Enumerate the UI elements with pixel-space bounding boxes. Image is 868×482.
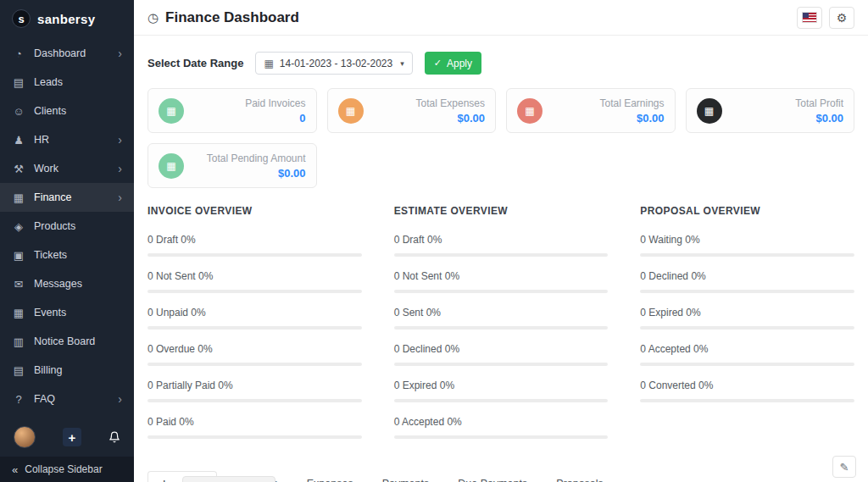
- expense-icon: ▦: [338, 98, 364, 124]
- us-flag-icon: [803, 13, 816, 22]
- settings-button[interactable]: ⚙: [829, 7, 854, 29]
- overview-row-label: 0 Sent 0%: [394, 307, 609, 319]
- sidebar-user-row: +: [0, 419, 134, 457]
- collapse-icon: «: [12, 463, 18, 476]
- section-title: INVOICE OVERVIEW: [147, 205, 362, 217]
- overview-row-label: 0 Not Sent 0%: [394, 270, 609, 282]
- calendar-icon: ▦: [264, 58, 273, 69]
- page-title-text: Finance Dashboard: [165, 9, 299, 26]
- pending-icon: ▦: [159, 153, 184, 179]
- progress-bar: [147, 253, 362, 257]
- progress-bar: [147, 399, 362, 402]
- progress-bar: [147, 326, 362, 330]
- progress-bar: [394, 253, 609, 257]
- apply-button[interactable]: ✓ Apply: [425, 52, 481, 75]
- overview-row-label: 0 Draft 0%: [147, 234, 362, 246]
- overview-row: 0 Converted 0%: [640, 380, 854, 402]
- tickets-icon: ▣: [12, 249, 25, 262]
- sidebar-item-work[interactable]: ⚒ Work ›: [0, 154, 134, 183]
- sidebar-item-clients[interactable]: ☺ Clients: [0, 97, 134, 125]
- language-button[interactable]: [797, 7, 822, 29]
- topbar-actions: ⚙: [797, 7, 854, 29]
- tab-payments[interactable]: Payments: [368, 471, 444, 482]
- overview-row-label: 0 Expired 0%: [640, 307, 854, 319]
- profit-icon: ▦: [697, 98, 722, 124]
- collapse-sidebar-button[interactable]: « Collapse Sidebar: [0, 457, 134, 482]
- estimate-overview: ESTIMATE OVERVIEW 0 Draft 0% 0 Not Sent …: [394, 205, 609, 452]
- overview-row-label: 0 Not Sent 0%: [147, 270, 362, 282]
- edit-button[interactable]: ✎: [832, 456, 856, 478]
- brand-logo-icon: s: [12, 9, 31, 28]
- stat-card-paid-invoices: ▦ Paid Invoices 0: [147, 88, 317, 133]
- overview-row: 0 Declined 0%: [394, 343, 609, 366]
- sidebar-item-label: Billing: [34, 364, 62, 376]
- overview-row: 0 Expired 0%: [394, 380, 609, 402]
- progress-bar: [147, 290, 362, 293]
- sidebar: s sanbersy ◔ Dashboard › ▤ Leads ☺ Clien…: [0, 0, 134, 482]
- overview-row-label: 0 Expired 0%: [394, 380, 609, 391]
- bell-icon: [108, 431, 120, 443]
- content: Select Date Range ▦ 14-01-2023 - 13-02-2…: [134, 36, 868, 482]
- faq-icon: ?: [12, 393, 25, 406]
- clients-icon: ☺: [12, 105, 25, 118]
- tab-expenses[interactable]: Expenses: [292, 471, 368, 482]
- avatar[interactable]: [14, 426, 36, 448]
- hr-icon: ♟: [12, 134, 25, 147]
- sidebar-menu: ◔ Dashboard › ▤ Leads ☺ Clients ♟ HR › ⚒…: [0, 36, 134, 419]
- overview-row-label: 0 Declined 0%: [394, 343, 609, 355]
- add-button[interactable]: +: [63, 428, 81, 446]
- stat-value: $0.00: [599, 112, 664, 125]
- main-area: ◷ Finance Dashboard ⚙ Select Date Range …: [134, 0, 868, 482]
- check-icon: ✓: [434, 58, 442, 69]
- date-range-picker[interactable]: ▦ 14-01-2023 - 13-02-2023 ▾: [255, 52, 412, 75]
- sidebar-item-leads[interactable]: ▤ Leads: [0, 68, 134, 97]
- tab-proposals[interactable]: Proposals: [542, 471, 618, 482]
- progress-bar: [394, 435, 609, 439]
- sidebar-item-label: HR: [34, 134, 49, 146]
- overview-row: 0 Declined 0%: [640, 270, 854, 293]
- tab-due-payments[interactable]: Due Payments: [443, 471, 542, 482]
- stat-label: Total Pending Amount: [207, 152, 306, 164]
- overview-row: 0 Not Sent 0%: [147, 270, 362, 293]
- overview-row-label: 0 Accepted 0%: [394, 416, 609, 428]
- sidebar-item-label: Notice Board: [34, 335, 95, 347]
- overview-row: 0 Paid 0%: [147, 416, 362, 439]
- overview-row-label: 0 Accepted 0%: [640, 343, 854, 355]
- notice-board-icon: ▥: [12, 335, 25, 348]
- sidebar-item-finance[interactable]: ▦ Finance ›: [0, 183, 134, 212]
- chevron-right-icon: ›: [118, 162, 122, 175]
- section-title: PROPOSAL OVERVIEW: [640, 205, 854, 217]
- sidebar-item-faq[interactable]: ? FAQ ›: [0, 385, 134, 413]
- overview-row-label: 0 Paid 0%: [147, 416, 362, 428]
- stat-card-total-profit: ▦ Total Profit $0.00: [686, 88, 855, 133]
- sidebar-item-billing[interactable]: ▤ Billing: [0, 356, 134, 385]
- progress-bar: [394, 363, 609, 366]
- apply-label: Apply: [447, 58, 472, 69]
- sidebar-item-tickets[interactable]: ▣ Tickets: [0, 241, 134, 269]
- stat-cards: ▦ Paid Invoices 0 ▦ Total Expenses $0.00…: [147, 88, 854, 188]
- sidebar-item-notice-board[interactable]: ▥ Notice Board: [0, 327, 134, 356]
- overview-row-label: 0 Waiting 0%: [640, 234, 854, 246]
- notifications-button[interactable]: [108, 431, 120, 443]
- sidebar-item-messages[interactable]: ✉ Messages: [0, 269, 134, 298]
- sidebar-item-hr[interactable]: ♟ HR ›: [0, 125, 134, 154]
- overview-sections: INVOICE OVERVIEW 0 Draft 0% 0 Not Sent 0…: [147, 205, 854, 452]
- tab-panel-control[interactable]: [182, 476, 275, 482]
- sidebar-item-products[interactable]: ◈ Products: [0, 212, 134, 241]
- stat-card-total-pending: ▦ Total Pending Amount $0.00: [147, 143, 317, 188]
- date-range-label: Select Date Range: [147, 57, 243, 69]
- brand-logo[interactable]: s sanbersy: [0, 0, 134, 36]
- overview-row: 0 Partially Paid 0%: [147, 380, 362, 402]
- stat-card-total-expenses: ▦ Total Expenses $0.00: [327, 88, 497, 133]
- overview-row: 0 Overdue 0%: [147, 343, 362, 366]
- stat-label: Total Expenses: [416, 97, 485, 109]
- progress-bar: [640, 253, 854, 257]
- work-icon: ⚒: [12, 163, 25, 175]
- overview-row: 0 Draft 0%: [394, 234, 609, 257]
- sidebar-item-dashboard[interactable]: ◔ Dashboard ›: [0, 39, 134, 68]
- progress-bar: [394, 399, 609, 402]
- sidebar-item-label: Messages: [34, 278, 82, 290]
- topbar: ◷ Finance Dashboard ⚙: [134, 0, 868, 36]
- progress-bar: [640, 363, 854, 366]
- sidebar-item-events[interactable]: ▦ Events: [0, 298, 134, 327]
